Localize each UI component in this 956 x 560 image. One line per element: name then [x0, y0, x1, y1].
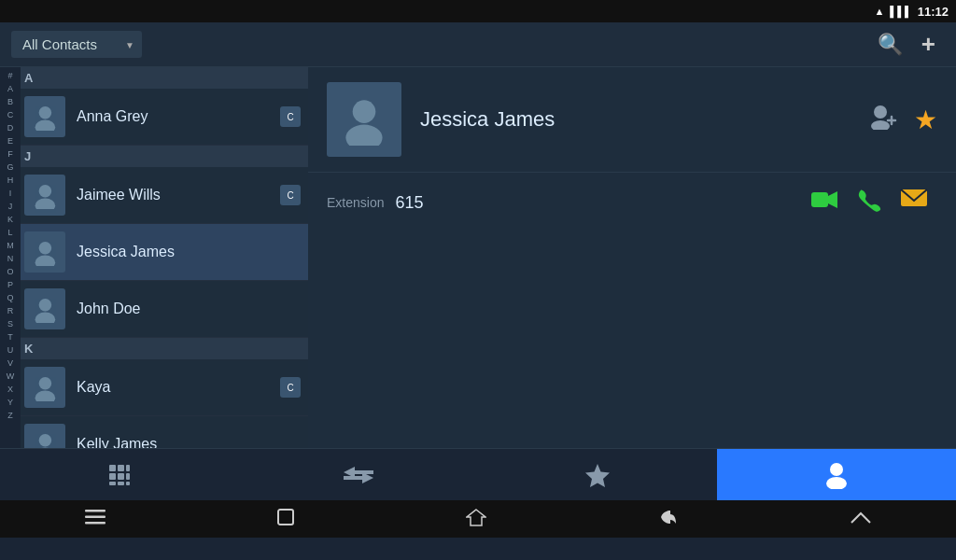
recents-nav-button[interactable]	[258, 504, 314, 535]
contact-avatar	[24, 367, 65, 408]
add-contact-button[interactable]: +	[912, 26, 945, 63]
tab-apps[interactable]	[0, 449, 239, 500]
svg-rect-24	[109, 473, 116, 480]
alpha-index-item-A[interactable]: A	[7, 82, 13, 95]
detail-avatar	[327, 82, 401, 157]
svg-rect-18	[811, 192, 828, 207]
alpha-index-item-I[interactable]: I	[9, 187, 12, 200]
alpha-index-item-G[interactable]: G	[7, 161, 13, 174]
svg-point-6	[38, 299, 51, 312]
alpha-index-item-C[interactable]: C	[7, 108, 14, 121]
video-call-button[interactable]	[810, 189, 838, 216]
svg-point-5	[35, 255, 55, 266]
alpha-index-item-L[interactable]: L	[7, 226, 12, 239]
svg-point-3	[35, 198, 55, 209]
svg-point-4	[38, 242, 51, 255]
svg-rect-21	[109, 465, 116, 471]
svg-marker-39	[467, 510, 485, 525]
svg-point-15	[871, 120, 890, 130]
bottom-app-bar	[0, 448, 956, 500]
tab-transfer[interactable]	[239, 449, 478, 500]
alpha-index-item-Q[interactable]: Q	[7, 291, 13, 304]
alpha-index-item-T[interactable]: T	[7, 330, 13, 343]
alpha-index-item-V[interactable]: V	[7, 357, 13, 370]
alpha-index-item-Z[interactable]: Z	[7, 409, 13, 422]
phone-call-button[interactable]	[857, 188, 881, 217]
alpha-index[interactable]: #ABCDEFGHIJKLMNOPQRSTUVWXYZ	[0, 67, 21, 448]
svg-rect-29	[126, 482, 130, 485]
alpha-index-item-X[interactable]: X	[7, 383, 13, 396]
alpha-index-item-W[interactable]: W	[7, 370, 15, 383]
contact-item[interactable]: Kelly James	[0, 416, 308, 448]
alpha-index-item-K[interactable]: K	[7, 213, 13, 226]
svg-point-1	[35, 119, 55, 131]
alpha-index-item-B[interactable]: B	[7, 95, 13, 108]
detail-contact-name: Jessica James	[420, 107, 869, 132]
search-button[interactable]: 🔍	[868, 29, 912, 61]
section-header-A: A	[0, 67, 308, 89]
menu-nav-button[interactable]	[66, 506, 124, 533]
svg-rect-27	[109, 482, 116, 485]
svg-rect-22	[118, 465, 124, 471]
alpha-index-item-M[interactable]: M	[7, 239, 14, 252]
call-action-icons	[810, 188, 928, 217]
svg-rect-25	[118, 473, 124, 480]
section-header-K: K	[0, 338, 308, 359]
contact-avatar	[24, 231, 65, 273]
contact-avatar	[24, 175, 65, 216]
alpha-index-item-O[interactable]: O	[7, 265, 13, 278]
add-to-contacts-button[interactable]	[869, 104, 899, 136]
contact-item[interactable]: John Doe	[0, 281, 308, 338]
alpha-index-item-#[interactable]: #	[7, 69, 12, 82]
contact-item[interactable]: Jessica James	[0, 224, 308, 281]
alpha-index-item-N[interactable]: N	[7, 252, 14, 265]
alpha-index-item-D[interactable]: D	[7, 121, 14, 134]
back-nav-button[interactable]	[639, 504, 698, 535]
alpha-index-item-R[interactable]: R	[7, 304, 14, 317]
svg-rect-35	[85, 510, 105, 512]
contact-item[interactable]: Jaimee WillsC	[0, 167, 308, 224]
extension-number: 615	[395, 193, 810, 213]
alpha-index-item-F[interactable]: F	[7, 147, 13, 161]
favorite-button[interactable]: ★	[914, 105, 937, 135]
contact-name: Jessica James	[77, 244, 301, 260]
wifi-icon: ▲	[874, 6, 884, 17]
home-nav-button[interactable]	[447, 504, 505, 535]
section-header-J: J	[0, 146, 308, 167]
alpha-index-item-P[interactable]: P	[7, 278, 13, 291]
contact-badge: C	[280, 106, 301, 127]
contacts-list: A Anna GreyCJ Jaimee WillsC Jessica Jame…	[0, 67, 308, 448]
alpha-index-item-E[interactable]: E	[7, 134, 13, 147]
alpha-index-item-J[interactable]: J	[8, 200, 13, 213]
svg-point-10	[38, 434, 51, 447]
time-display: 11:12	[918, 5, 949, 19]
tab-contacts[interactable]	[717, 449, 956, 500]
contact-name: John Doe	[77, 301, 301, 317]
alpha-index-item-H[interactable]: H	[7, 174, 14, 187]
contacts-dropdown[interactable]: All Contacts	[11, 31, 142, 58]
contact-detail-panel: Jessica James ★ Extension 615	[308, 67, 956, 448]
up-nav-button[interactable]	[832, 506, 890, 533]
svg-point-12	[353, 100, 376, 123]
contact-detail-header: Jessica James ★	[308, 67, 956, 173]
svg-point-13	[345, 125, 382, 146]
contact-name: Kelly James	[77, 436, 301, 448]
svg-rect-38	[278, 510, 293, 525]
svg-rect-36	[85, 515, 105, 518]
svg-point-2	[38, 185, 51, 198]
message-button[interactable]	[900, 189, 928, 217]
contact-extension-row: Extension 615	[308, 173, 956, 232]
contact-name: Anna Grey	[77, 108, 280, 125]
contact-item[interactable]: KayaC	[0, 359, 308, 416]
svg-rect-28	[118, 482, 124, 485]
detail-action-buttons: ★	[869, 104, 937, 136]
contact-badge: C	[280, 377, 301, 398]
contact-item[interactable]: Anna GreyC	[0, 89, 308, 146]
svg-point-33	[830, 463, 843, 476]
alpha-index-item-S[interactable]: S	[7, 317, 13, 330]
alpha-index-item-U[interactable]: U	[7, 343, 14, 357]
contact-avatar	[24, 288, 65, 329]
contact-name: Jaimee Wills	[77, 187, 280, 203]
tab-favorites[interactable]	[478, 449, 717, 500]
alpha-index-item-Y[interactable]: Y	[7, 396, 13, 409]
